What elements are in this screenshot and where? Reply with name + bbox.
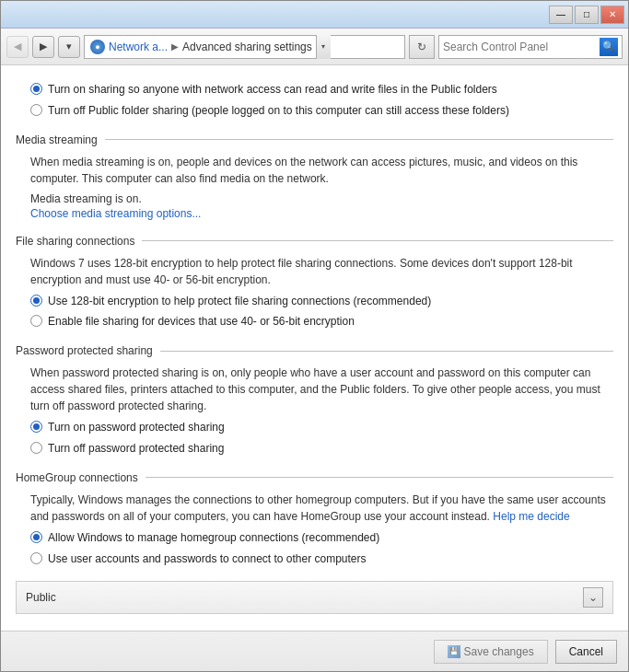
- radio-item-use-accounts: Use user accounts and passwords to conne…: [30, 551, 613, 567]
- media-streaming-status: Media streaming is on.: [30, 192, 613, 205]
- media-streaming-section: Media streaming When media streaming is …: [16, 133, 613, 220]
- radio-turn-off-password[interactable]: [30, 442, 42, 454]
- radio-128bit-label: Use 128-bit encryption to help protect f…: [48, 294, 431, 309]
- radio-turn-on-password[interactable]: [30, 421, 42, 433]
- homegroup-line: [146, 477, 613, 478]
- radio-use-accounts-label: Use user accounts and passwords to conne…: [48, 551, 367, 567]
- cancel-label: Cancel: [569, 645, 603, 658]
- search-button[interactable]: 🔍: [600, 38, 618, 56]
- radio-turn-off-password-label: Turn off password protected sharing: [48, 441, 224, 457]
- radio-allow-windows-label: Allow Windows to manage homegroup connec…: [48, 530, 379, 546]
- minimize-button[interactable]: —: [549, 6, 573, 24]
- password-sharing-body: When password protected sharing is on, o…: [16, 365, 613, 457]
- file-sharing-header: File sharing connections: [16, 235, 613, 248]
- radio-item-40-56bit: Enable file sharing for devices that use…: [30, 314, 613, 330]
- public-collapsed-section: Public ⌄: [16, 581, 613, 614]
- radio-allow-windows[interactable]: [30, 531, 42, 543]
- password-sharing-title: Password protected sharing: [16, 344, 153, 357]
- homegroup-radio-group: Allow Windows to manage homegroup connec…: [30, 530, 613, 567]
- public-folder-radio-group: Turn on sharing so anyone with network a…: [30, 82, 613, 119]
- radio-item-allow-windows: Allow Windows to manage homegroup connec…: [30, 530, 613, 546]
- radio-40-56bit-label: Enable file sharing for devices that use…: [48, 314, 355, 330]
- radio-turn-on-sharing[interactable]: [30, 83, 42, 95]
- breadcrumb-dropdown[interactable]: ▾: [316, 35, 331, 59]
- radio-128bit[interactable]: [30, 295, 42, 307]
- refresh-button[interactable]: ↻: [409, 35, 435, 59]
- save-label: Save changes: [464, 645, 534, 658]
- file-sharing-title: File sharing connections: [16, 235, 134, 248]
- search-bar: 🔍: [438, 35, 623, 59]
- media-streaming-title: Media streaming: [16, 133, 98, 146]
- radio-turn-on-sharing-label: Turn on sharing so anyone with network a…: [48, 82, 497, 98]
- radio-item-turn-on-sharing: Turn on sharing so anyone with network a…: [30, 82, 613, 98]
- close-button[interactable]: ✕: [600, 6, 624, 24]
- password-sharing-section: Password protected sharing When password…: [16, 344, 613, 457]
- address-bar: ◀ ▶ ▾ ● Network a... ▶ Advanced sharing …: [1, 29, 628, 65]
- homegroup-header: HomeGroup connections: [16, 471, 613, 484]
- back-button[interactable]: ◀: [6, 36, 29, 58]
- public-collapsed-title: Public: [26, 591, 583, 604]
- main-area: Turn on sharing so anyone with network a…: [1, 65, 628, 631]
- homegroup-desc: Typically, Windows manages the connectio…: [30, 492, 613, 525]
- media-streaming-desc: When media streaming is on, people and d…: [30, 154, 613, 187]
- file-sharing-desc: Windows 7 uses 128-bit encryption to hel…: [30, 255, 613, 288]
- maximize-button[interactable]: □: [575, 6, 599, 24]
- media-streaming-line: [105, 139, 613, 140]
- search-input[interactable]: [443, 41, 600, 53]
- radio-turn-on-password-label: Turn on password protected sharing: [48, 420, 225, 435]
- main-window: — □ ✕ ◀ ▶ ▾ ● Network a... ▶ Advanced sh…: [0, 0, 629, 672]
- breadcrumb-separator: ▶: [171, 41, 179, 52]
- radio-item-turn-off-password: Turn off password protected sharing: [30, 441, 613, 457]
- radio-40-56bit[interactable]: [30, 315, 42, 327]
- file-sharing-section: File sharing connections Windows 7 uses …: [16, 235, 613, 330]
- radio-item-turn-on-password: Turn on password protected sharing: [30, 420, 613, 435]
- public-folder-section: Turn on sharing so anyone with network a…: [16, 82, 613, 119]
- media-streaming-body: When media streaming is on, people and d…: [16, 154, 613, 220]
- homegroup-title: HomeGroup connections: [16, 471, 138, 484]
- network-icon: ●: [90, 40, 105, 54]
- radio-use-accounts[interactable]: [30, 552, 42, 564]
- password-sharing-desc: When password protected sharing is on, o…: [30, 365, 613, 414]
- save-icon: 💾: [448, 645, 460, 658]
- radio-item-turn-off-public: Turn off Public folder sharing (people l…: [30, 103, 613, 119]
- file-sharing-radio-group: Use 128-bit encryption to help protect f…: [30, 294, 613, 330]
- content-scroll[interactable]: Turn on sharing so anyone with network a…: [1, 65, 628, 631]
- breadcrumb-bar: ● Network a... ▶ Advanced sharing settin…: [84, 35, 405, 59]
- media-streaming-link[interactable]: Choose media streaming options...: [30, 207, 201, 220]
- password-sharing-radio-group: Turn on password protected sharing Turn …: [30, 420, 613, 457]
- breadcrumb-current: Advanced sharing settings: [182, 41, 312, 53]
- dropdown-button[interactable]: ▾: [58, 36, 80, 58]
- breadcrumb-network[interactable]: Network a...: [109, 41, 168, 53]
- radio-turn-off-public-label: Turn off Public folder sharing (people l…: [48, 103, 509, 119]
- homegroup-section: HomeGroup connections Typically, Windows…: [16, 471, 613, 567]
- public-expand-button[interactable]: ⌄: [583, 587, 603, 608]
- bottom-bar: 💾 Save changes Cancel: [1, 631, 628, 671]
- file-sharing-body: Windows 7 uses 128-bit encryption to hel…: [16, 255, 613, 330]
- title-bar: — □ ✕: [1, 1, 628, 29]
- password-sharing-line: [160, 351, 613, 352]
- forward-button[interactable]: ▶: [32, 36, 54, 58]
- public-collapsed-header[interactable]: Public ⌄: [17, 582, 612, 613]
- public-folder-body: Turn on sharing so anyone with network a…: [16, 82, 613, 119]
- homegroup-body: Typically, Windows manages the connectio…: [16, 492, 613, 567]
- save-button[interactable]: 💾 Save changes: [434, 640, 548, 664]
- radio-turn-off-public[interactable]: [30, 104, 42, 116]
- file-sharing-line: [142, 240, 613, 241]
- media-streaming-header: Media streaming: [16, 133, 613, 146]
- radio-item-128bit: Use 128-bit encryption to help protect f…: [30, 294, 613, 309]
- homegroup-help-link[interactable]: Help me decide: [493, 510, 569, 523]
- password-sharing-header: Password protected sharing: [16, 344, 613, 357]
- cancel-button[interactable]: Cancel: [555, 640, 617, 664]
